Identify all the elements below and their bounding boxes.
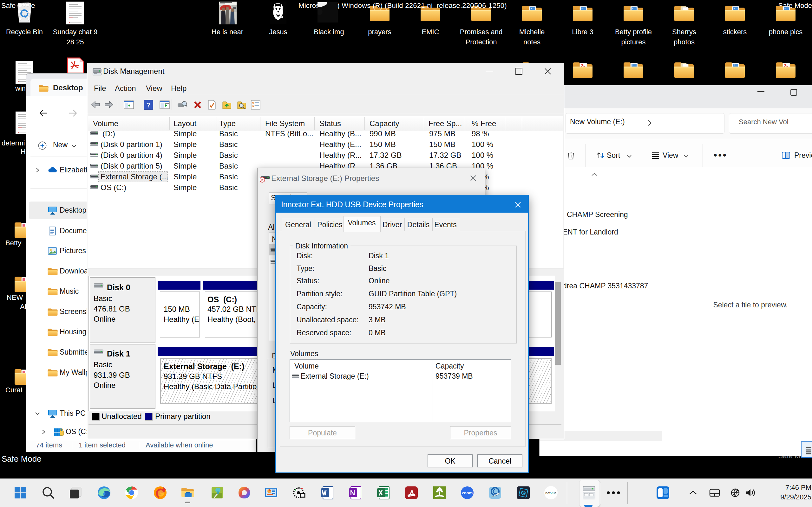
svg-text:netvue: netvue	[545, 491, 556, 495]
svg-text:zoom: zoom	[462, 491, 473, 495]
svg-text:?: ?	[146, 101, 150, 109]
